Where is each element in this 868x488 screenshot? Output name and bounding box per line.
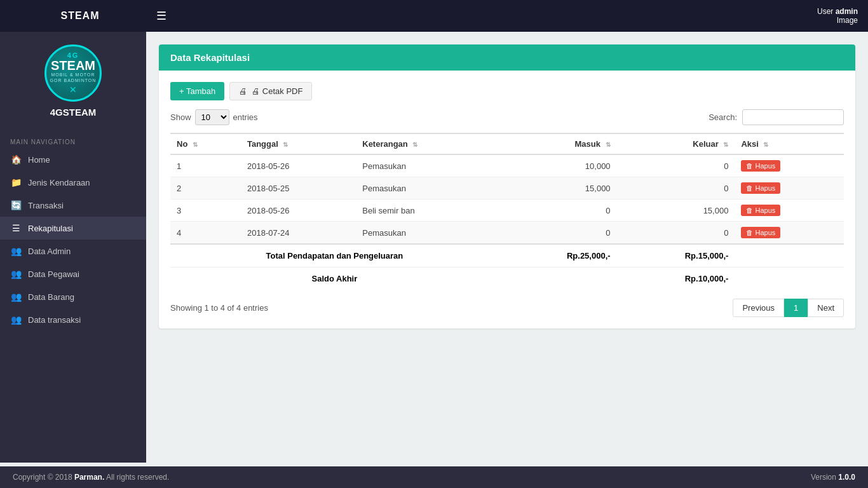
show-entries-left: Show 10 25 50 100 entries <box>170 109 258 125</box>
cell-keterangan: Pemasukan <box>356 154 499 177</box>
cell-keluar: 0 <box>617 177 735 200</box>
sidebar-item-data-transaksi[interactable]: 👥 Data transaksi <box>0 308 146 331</box>
sidebar-item-data-admin[interactable]: 👥 Data Admin <box>0 240 146 262</box>
cell-masuk: 0 <box>499 222 617 245</box>
sidebar-label-home: Home <box>28 155 50 165</box>
saldo-value: Rp.10,000,- <box>499 268 735 290</box>
cell-no: 4 <box>170 222 241 245</box>
show-entries-right: Search: <box>709 109 844 125</box>
rights-text: All rights reserved. <box>106 473 169 482</box>
saldo-row: Saldo Akhir Rp.10,000,- <box>170 268 844 290</box>
add-button[interactable]: + Tambah <box>170 82 224 100</box>
previous-button[interactable]: Previous <box>733 299 784 317</box>
hapus-button[interactable]: 🗑 Hapus <box>741 227 780 238</box>
footer-copyright: Copyright © 2018 Parman. All rights rese… <box>13 473 169 482</box>
col-masuk: Masuk ⇅ <box>499 133 617 154</box>
sidebar-label-data-transaksi: Data transaksi <box>28 315 81 325</box>
cell-keterangan: Pemasukan <box>356 222 499 245</box>
cell-aksi: 🗑 Hapus <box>735 200 844 222</box>
logo-steam: STEAM <box>51 59 95 72</box>
entries-select[interactable]: 10 25 50 100 <box>195 109 229 125</box>
hapus-button[interactable]: 🗑 Hapus <box>741 205 780 216</box>
card-body: + Tambah 🖨 🖨 Cetak PDF Show 10 25 50 100 <box>159 71 855 329</box>
sidebar-item-transaksi[interactable]: 🔄 Transaksi <box>0 194 146 217</box>
toolbar: + Tambah 🖨 🖨 Cetak PDF <box>170 82 844 100</box>
rekapitulasi-icon: ☰ <box>10 223 22 233</box>
user-info: User admin Image <box>817 7 858 25</box>
admin-icon: 👥 <box>10 246 22 256</box>
cell-aksi: 🗑 Hapus <box>735 154 844 177</box>
next-button[interactable]: Next <box>808 299 844 317</box>
cell-keluar: 15,000 <box>617 200 735 222</box>
cell-tanggal: 2018-05-26 <box>241 154 356 177</box>
hamburger-icon[interactable]: ☰ <box>156 9 166 23</box>
cell-tanggal: 2018-05-25 <box>241 177 356 200</box>
table-controls: Show 10 25 50 100 entries Search: <box>170 109 844 125</box>
cell-masuk: 0 <box>499 200 617 222</box>
folder-icon: 📁 <box>10 177 22 187</box>
print-icon: 🖨 <box>239 86 247 96</box>
sidebar-item-jenis-kendaraan[interactable]: 📁 Jenis Kendaraan <box>0 171 146 194</box>
pagination-buttons: Previous 1 Next <box>733 299 844 317</box>
top-navbar: STEAM ☰ User admin Image <box>0 0 868 32</box>
main-content: Data Rekapitulasi + Tambah 🖨 🖨 Cetak PDF… <box>146 32 868 463</box>
cell-masuk: 15,000 <box>499 177 617 200</box>
sidebar-label-data-admin: Data Admin <box>28 247 71 256</box>
hapus-button[interactable]: 🗑 Hapus <box>741 160 780 172</box>
table-row: 1 2018-05-26 Pemasukan 10,000 0 🗑 Hapus <box>170 154 844 177</box>
total-keluar: Rp.15,000,- <box>617 244 735 268</box>
cell-no: 2 <box>170 177 241 200</box>
logo-x: ✕ <box>69 85 77 95</box>
sidebar-label-data-barang: Data Barang <box>28 292 74 302</box>
col-tanggal: Tanggal ⇅ <box>241 133 356 154</box>
cell-keluar: 0 <box>617 154 735 177</box>
sidebar-label-data-pegawai: Data Pegawai <box>28 269 79 279</box>
col-keluar: Keluar ⇅ <box>617 133 735 154</box>
search-label: Search: <box>709 112 737 122</box>
app-brand: STEAM <box>10 10 150 22</box>
page-1-button[interactable]: 1 <box>784 299 808 317</box>
saldo-aksi-empty <box>735 268 844 290</box>
sidebar-brand: 4GSTEAM <box>50 107 97 118</box>
table-row: 3 2018-05-26 Beli semir ban 0 15,000 🗑 H… <box>170 200 844 222</box>
pagination-row: Showing 1 to 4 of 4 entries Previous 1 N… <box>170 299 844 317</box>
cell-no: 1 <box>170 154 241 177</box>
saldo-label: Saldo Akhir <box>170 268 499 290</box>
logo-sub: MOBIL & MOTORGOR BADMINTON <box>50 72 97 83</box>
user-label: User admin <box>817 7 858 16</box>
sidebar: 4G STEAM MOBIL & MOTORGOR BADMINTON ✕ 4G… <box>0 32 146 463</box>
cell-tanggal: 2018-07-24 <box>241 222 356 245</box>
sidebar-label-transaksi: Transaksi <box>28 201 64 210</box>
content-card: Data Rekapitulasi + Tambah 🖨 🖨 Cetak PDF… <box>159 44 855 329</box>
sidebar-item-data-barang[interactable]: 👥 Data Barang <box>0 285 146 308</box>
hapus-button[interactable]: 🗑 Hapus <box>741 182 780 194</box>
sidebar-item-rekapitulasi[interactable]: ☰ Rekapitulasi <box>0 217 146 240</box>
sidebar-item-home[interactable]: 🏠 Home <box>0 148 146 171</box>
pagination-info: Showing 1 to 4 of 4 entries <box>170 303 268 313</box>
copyright-text: Copyright © 2018 Parman. <box>13 473 104 482</box>
cell-keluar: 0 <box>617 222 735 245</box>
pegawai-icon: 👥 <box>10 269 22 279</box>
col-keterangan: Keterangan ⇅ <box>356 133 499 154</box>
cell-keterangan: Beli semir ban <box>356 200 499 222</box>
table-header-row: No ⇅ Tanggal ⇅ Keterangan ⇅ Masuk ⇅ Kelu… <box>170 133 844 154</box>
home-icon: 🏠 <box>10 154 22 165</box>
cell-tanggal: 2018-05-26 <box>241 200 356 222</box>
print-pdf-button[interactable]: 🖨 🖨 Cetak PDF <box>229 82 312 100</box>
footer-version: Version 1.0.0 <box>811 473 855 482</box>
image-label: Image <box>837 16 858 25</box>
entries-label: entries <box>233 112 258 122</box>
cell-masuk: 10,000 <box>499 154 617 177</box>
transaksi-icon: 🔄 <box>10 200 22 210</box>
col-aksi: Aksi ⇅ <box>735 133 844 154</box>
search-input[interactable] <box>742 109 844 125</box>
sidebar-item-data-pegawai[interactable]: 👥 Data Pegawai <box>0 262 146 285</box>
sidebar-label-rekapitulasi: Rekapitulasi <box>28 224 73 233</box>
sidebar-section-label: MAIN NAVIGATION <box>0 133 146 148</box>
version-number: 1.0.0 <box>838 473 855 482</box>
cell-aksi: 🗑 Hapus <box>735 177 844 200</box>
card-header: Data Rekapitulasi <box>159 44 855 71</box>
sidebar-logo: 4G STEAM MOBIL & MOTORGOR BADMINTON ✕ 4G… <box>0 32 146 133</box>
data-transaksi-icon: 👥 <box>10 315 22 325</box>
total-aksi-empty <box>735 244 844 268</box>
